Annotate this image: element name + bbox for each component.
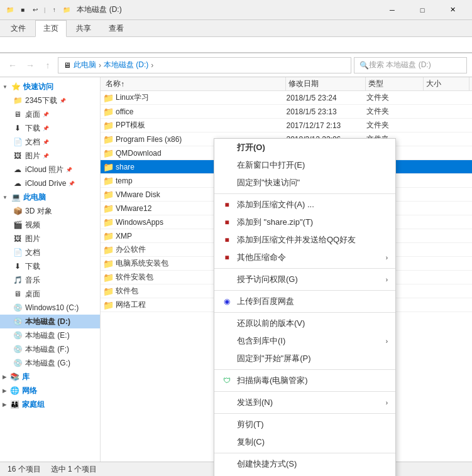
col-header-type[interactable]: 类型 <box>366 77 423 90</box>
sidebar-item-docs[interactable]: 📄 文档 📌 <box>0 135 100 149</box>
this-pc-icon: 💻 <box>11 193 21 202</box>
file-row[interactable]: 📁 office 2018/1/5 23:13 文件夹 <box>101 105 472 119</box>
separator: | <box>44 7 45 13</box>
sidebar-header-this-pc[interactable]: ▼ 💻 此电脑 <box>0 190 100 204</box>
ctx-menu-item[interactable]: ■ 添加到压缩文件(A) ... <box>214 196 395 214</box>
submenu-arrow: › <box>386 399 388 406</box>
file-folder-icon: 📁 <box>103 300 113 310</box>
file-name: WindowsApps <box>116 218 163 227</box>
address-path[interactable]: 🖥 此电脑 › 本地磁盘 (D:) › <box>58 57 351 73</box>
col-header-date[interactable]: 修改日期 <box>286 77 366 90</box>
sidebar-item-music[interactable]: 🎵 音乐 <box>0 273 100 287</box>
path-this-pc[interactable]: 此电脑 <box>74 60 96 70</box>
ctx-item-icon <box>222 160 232 170</box>
ctx-item-icon <box>222 354 232 364</box>
col-header-size[interactable]: 大小 <box>424 77 469 90</box>
context-menu: 打开(O) 在新窗口中打开(E) 固定到"快速访问" ■ 添加到压缩文件(A) … <box>214 138 396 476</box>
col-header-name[interactable]: 名称 ↑ <box>103 77 286 90</box>
sidebar-item-desktop2[interactable]: 🖥 桌面 <box>0 287 100 301</box>
search-box[interactable]: 🔍 搜索 本地磁盘 (D:) <box>354 57 467 73</box>
sidebar-header-library[interactable]: ▶ 📚 库 <box>0 370 100 384</box>
ctx-menu-item[interactable]: ■ 添加到 "share.zip"(T) <box>214 214 395 231</box>
sidebar-item-2345download[interactable]: 📁 2345下载 📌 <box>0 94 100 107</box>
undo-icon[interactable]: ↩ <box>30 5 40 15</box>
ctx-menu-item[interactable]: 复制(C) <box>214 433 395 451</box>
submenu-arrow: › <box>386 254 388 261</box>
library-icon: 📚 <box>10 372 19 381</box>
file-row[interactable]: 📁 Linux学习 2018/1/5 23:24 文件夹 <box>101 91 472 105</box>
ctx-item-left: 授予访问权限(G) <box>222 274 298 285</box>
file-folder-icon: 📁 <box>103 134 113 144</box>
ctx-menu-item[interactable]: ■ 添加到压缩文件并发送给QQ好友 <box>214 231 395 249</box>
sidebar-item-3d[interactable]: 📦 3D 对象 <box>0 204 100 218</box>
maximize-button[interactable]: □ <box>408 0 437 20</box>
path-drive-d[interactable]: 本地磁盘 (D:) <box>104 60 148 70</box>
up-icon[interactable]: ↑ <box>49 5 59 15</box>
minimize-button[interactable]: ─ <box>378 0 407 20</box>
file-name: QMDownload <box>116 149 162 158</box>
ctx-menu-item[interactable]: 🛡 扫描病毒(电脑管家) <box>214 372 395 389</box>
ctx-menu-item[interactable]: 在新窗口中打开(E) <box>214 156 395 174</box>
sidebar-item-c-drive[interactable]: 💿 Windows10 (C:) <box>0 301 100 315</box>
sidebar-item-desktop[interactable]: 🖥 桌面 📌 <box>0 107 100 121</box>
ctx-menu-item[interactable]: 固定到"开始"屏幕(P) <box>214 350 395 367</box>
sidebar-item-downloads[interactable]: ⬇ 下载 📌 <box>0 121 100 135</box>
ctx-separator <box>214 290 395 291</box>
sidebar-item-icloud-photos[interactable]: ☁ iCloud 照片 📌 <box>0 163 100 176</box>
file-cell-type: 文件夹 <box>366 106 424 117</box>
ctx-menu-item[interactable]: 剪切(T) <box>214 416 395 433</box>
file-row[interactable]: 📁 PPT模板 2017/12/17 2:13 文件夹 <box>101 119 472 133</box>
tab-view[interactable]: 查看 <box>101 20 132 36</box>
close-button[interactable]: ✕ <box>438 0 467 20</box>
up-button[interactable]: ↑ <box>40 58 55 73</box>
ctx-item-left: ■ 添加到 "share.zip"(T) <box>222 217 313 228</box>
ctx-menu-item[interactable]: 删除(D) <box>214 473 395 476</box>
file-name: 办公软件 <box>116 244 146 255</box>
file-type: 文件夹 <box>366 92 389 103</box>
sidebar-item-documents[interactable]: 📄 文档 <box>0 246 100 259</box>
ctx-item-label: 还原以前的版本(V) <box>237 318 305 329</box>
sidebar-header-homegroup[interactable]: ▶ 👨‍👩‍👦 家庭组 <box>0 398 100 411</box>
sidebar-item-pics[interactable]: 🖼 图片 📌 <box>0 149 100 163</box>
file-name: Program Files (x86) <box>116 135 182 144</box>
ctx-item-icon <box>222 274 232 284</box>
submenu-arrow: › <box>386 276 388 283</box>
ctx-menu-item[interactable]: ■ 其他压缩命令 › <box>214 249 395 266</box>
ctx-item-label: 添加到 "share.zip"(T) <box>237 217 313 228</box>
ctx-item-label: 发送到(N) <box>237 397 273 408</box>
ctx-menu-item[interactable]: 还原以前的版本(V) <box>214 315 395 332</box>
file-type: 文件夹 <box>366 120 389 131</box>
path-computer-icon: 🖥 <box>63 61 71 70</box>
quick-access-icon[interactable]: ■ <box>18 5 28 15</box>
sidebar-item-g-drive[interactable]: 💿 本地磁盘 (G:) <box>0 356 100 370</box>
sidebar-item-videos[interactable]: 🎬 视频 <box>0 218 100 232</box>
sidebar-item-f-drive[interactable]: 💿 本地磁盘 (F:) <box>0 342 100 356</box>
pictures-icon: 🖼 <box>13 234 23 244</box>
winrar-icon: ■ <box>222 200 232 210</box>
tab-home[interactable]: 主页 <box>35 20 67 37</box>
sidebar-item-downloads2[interactable]: ⬇ 下载 <box>0 259 100 273</box>
ctx-menu-item[interactable]: 包含到库中(I) › <box>214 332 395 350</box>
ctx-separator <box>214 453 395 453</box>
ctx-menu-item[interactable]: ◉ 上传到百度网盘 <box>214 293 395 310</box>
sidebar-header-network[interactable]: ▶ 🌐 网络 <box>0 384 100 398</box>
ctx-menu-item[interactable]: 创建快捷方式(S) <box>214 455 395 473</box>
e-drive-icon: 💿 <box>13 330 23 340</box>
ctx-item-left: ◉ 上传到百度网盘 <box>222 296 294 307</box>
ctx-menu-item[interactable]: 固定到"快速访问" <box>214 174 395 192</box>
tab-file[interactable]: 文件 <box>3 20 34 36</box>
sidebar-item-d-drive[interactable]: 💿 本地磁盘 (D:) <box>0 315 100 328</box>
sidebar-item-pictures[interactable]: 🖼 图片 <box>0 232 100 246</box>
ctx-menu-item[interactable]: 发送到(N) › <box>214 394 395 411</box>
sidebar-item-e-drive[interactable]: 💿 本地磁盘 (E:) <box>0 328 100 342</box>
homegroup-icon: 👨‍👩‍👦 <box>10 400 19 409</box>
d-drive-icon: 💿 <box>13 316 23 327</box>
tab-share[interactable]: 共享 <box>68 20 99 36</box>
ctx-item-icon <box>222 398 232 408</box>
network-arrow: ▶ <box>3 388 6 394</box>
sidebar-header-quick-access[interactable]: ▼ ⭐ 快速访问 <box>0 80 100 94</box>
sidebar-item-icloud-drive[interactable]: ☁ iCloud Drive 📌 <box>0 176 100 190</box>
ctx-menu-item[interactable]: 授予访问权限(G) › <box>214 271 395 288</box>
ctx-item-left: 创建快捷方式(S) <box>222 458 297 470</box>
ctx-menu-item[interactable]: 打开(O) <box>214 139 395 156</box>
